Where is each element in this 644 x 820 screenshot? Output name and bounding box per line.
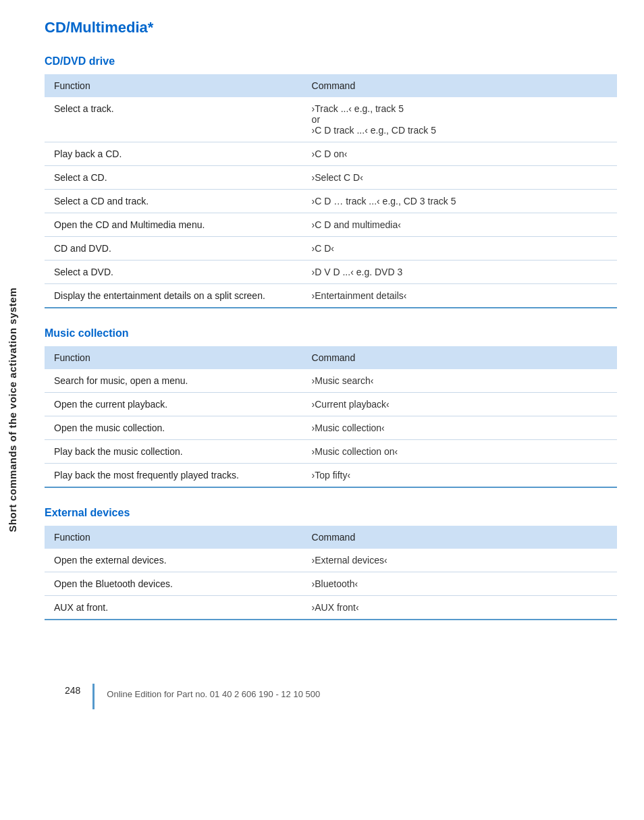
command-text: ›Music search‹ [312, 375, 374, 386]
footer-page-number: 248 [65, 684, 80, 696]
command-cell: ›Track ...‹ e.g., track 5or›C D track ..… [302, 97, 617, 142]
function-cell: Open the current playback. [45, 393, 302, 416]
command-cell: ›D V D ...‹ e.g. DVD 3 [302, 261, 617, 284]
function-cell: CD and DVD. [45, 237, 302, 261]
sections-container: CD/DVD driveFunctionCommandSelect a trac… [45, 55, 617, 620]
sidebar: Short commands of the voice activation s… [0, 0, 24, 820]
table-row: AUX at front.›AUX front‹ [45, 596, 617, 620]
table-row: Display the entertainment details on a s… [45, 284, 617, 308]
command-cell: ›Top fifty‹ [302, 464, 617, 488]
command-cell: ›C D … track ...‹ e.g., CD 3 track 5 [302, 190, 617, 213]
command-text: ›Music collection‹ [312, 422, 385, 433]
main-content: CD/Multimedia* CD/DVD driveFunctionComma… [24, 0, 644, 732]
table-cd-dvd: FunctionCommandSelect a track.›Track ...… [45, 74, 617, 308]
table-row: Select a CD and track.›C D … track ...‹ … [45, 190, 617, 213]
command-cell: ›C D on‹ [302, 142, 617, 166]
function-cell: Open the CD and Multimedia menu. [45, 213, 302, 237]
table-row: Open the music collection.›Music collect… [45, 416, 617, 440]
command-text: ›Entertainment details‹ [312, 290, 407, 301]
col-header-0: Function [45, 74, 302, 97]
table-music-collection: FunctionCommandSearch for music, open a … [45, 346, 617, 488]
command-cell: ›Music collection on‹ [302, 440, 617, 464]
function-cell: Open the music collection. [45, 416, 302, 440]
function-cell: Select a CD and track. [45, 190, 302, 213]
command-text: ›C D on‹ [312, 148, 348, 159]
command-text: ›C D and multimedia‹ [312, 219, 401, 230]
command-text: ›AUX front‹ [312, 602, 359, 613]
table-row: CD and DVD.›C D‹ [45, 237, 617, 261]
command-text: ›Music collection on‹ [312, 446, 398, 457]
footer-text: Online Edition for Part no. 01 40 2 606 … [107, 684, 320, 699]
table-row: Open the Bluetooth devices.›Bluetooth‹ [45, 572, 617, 596]
table-row: Play back the music collection.›Music co… [45, 440, 617, 464]
table-row: Select a track.›Track ...‹ e.g., track 5… [45, 97, 617, 142]
command-text: ›Bluetooth‹ [312, 578, 358, 589]
command-text: ›External devices‹ [312, 555, 387, 566]
sidebar-label: Short commands of the voice activation s… [7, 288, 18, 532]
section-heading-external-devices: External devices [45, 507, 617, 519]
function-cell: Display the entertainment details on a s… [45, 284, 302, 308]
command-text: ›Top fifty‹ [312, 470, 351, 481]
col-header-1: Command [302, 526, 617, 549]
command-cell: ›Music collection‹ [302, 416, 617, 440]
function-cell: Search for music, open a menu. [45, 369, 302, 393]
section-heading-cd-dvd: CD/DVD drive [45, 55, 617, 67]
col-header-1: Command [302, 74, 617, 97]
command-cell: ›Music search‹ [302, 369, 617, 393]
table-external-devices: FunctionCommandOpen the external devices… [45, 526, 617, 620]
function-cell: Select a track. [45, 97, 302, 142]
command-text: ›C D track ...‹ e.g., CD track 5 [312, 125, 436, 136]
section-heading-music-collection: Music collection [45, 327, 617, 339]
footer: 248 Online Edition for Part no. 01 40 2 … [45, 674, 617, 719]
function-cell: Select a DVD. [45, 261, 302, 284]
command-cell: ›Select C D‹ [302, 166, 617, 190]
command-text: ›Current playback‹ [312, 399, 390, 410]
col-header-0: Function [45, 526, 302, 549]
command-cell: ›C D and multimedia‹ [302, 213, 617, 237]
footer-divider [92, 684, 95, 709]
table-row: Open the external devices.›External devi… [45, 549, 617, 572]
command-text: or [312, 114, 320, 125]
command-cell: ›Bluetooth‹ [302, 572, 617, 596]
table-row: Open the current playback.›Current playb… [45, 393, 617, 416]
function-cell: Play back a CD. [45, 142, 302, 166]
table-row: Play back a CD.›C D on‹ [45, 142, 617, 166]
command-cell: ›Current playback‹ [302, 393, 617, 416]
function-cell: Select a CD. [45, 166, 302, 190]
col-header-1: Command [302, 346, 617, 369]
page-title: CD/Multimedia* [45, 19, 617, 36]
command-text: ›C D‹ [312, 243, 334, 254]
function-cell: Play back the most frequently played tra… [45, 464, 302, 488]
table-row: Play back the most frequently played tra… [45, 464, 617, 488]
command-text: ›Track ...‹ e.g., track 5 [312, 103, 404, 114]
command-text: ›D V D ...‹ e.g. DVD 3 [312, 267, 403, 277]
command-cell: ›AUX front‹ [302, 596, 617, 620]
command-cell: ›Entertainment details‹ [302, 284, 617, 308]
table-row: Search for music, open a menu.›Music sea… [45, 369, 617, 393]
table-row: Select a DVD.›D V D ...‹ e.g. DVD 3 [45, 261, 617, 284]
col-header-0: Function [45, 346, 302, 369]
table-row: Open the CD and Multimedia menu.›C D and… [45, 213, 617, 237]
function-cell: Play back the music collection. [45, 440, 302, 464]
table-row: Select a CD.›Select C D‹ [45, 166, 617, 190]
function-cell: Open the external devices. [45, 549, 302, 572]
function-cell: Open the Bluetooth devices. [45, 572, 302, 596]
command-cell: ›External devices‹ [302, 549, 617, 572]
command-cell: ›C D‹ [302, 237, 617, 261]
command-text: ›C D … track ...‹ e.g., CD 3 track 5 [312, 196, 456, 207]
function-cell: AUX at front. [45, 596, 302, 620]
command-text: ›Select C D‹ [312, 172, 363, 183]
